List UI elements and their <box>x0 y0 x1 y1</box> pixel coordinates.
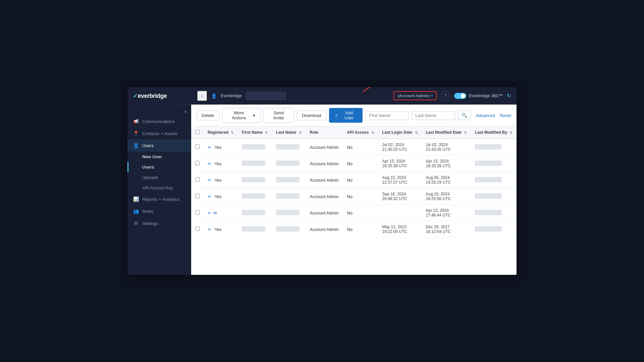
edit-icon-5[interactable]: ✏ <box>208 227 211 232</box>
th-last-modified-date-label: Last Modified Date <box>426 130 462 135</box>
last-login-date-cell-5: May 11, 202319:22:00 UTC <box>378 221 422 238</box>
role-value-1: Account Admin <box>310 161 339 166</box>
th-last-login-date[interactable]: Last Login Date ⇅ <box>378 126 422 139</box>
th-role-label: Role <box>310 130 318 135</box>
th-last-modified-date[interactable]: Last Modified Date ⇅ <box>422 126 471 139</box>
registered-value-5: Yes <box>214 227 221 232</box>
edit-icon-4[interactable]: ✏ <box>208 210 211 216</box>
sidebar-item-reports-label: Reports + Analytics <box>142 197 180 202</box>
row-checkbox-5[interactable] <box>195 227 200 231</box>
sidebar-item-communications[interactable]: 📢 Communications <box>127 115 191 127</box>
last-modified-date-cell-4: Apr 23, 202417:48:44 UTC <box>422 205 471 221</box>
sort-first-name-icon: ⇅ <box>265 131 268 134</box>
last-modified-date-cell-3: Aug 23, 202418:25:56 UTC <box>422 188 471 205</box>
expand-nav-button[interactable]: » <box>197 91 207 101</box>
edit-icon-2[interactable]: ✏ <box>208 178 211 183</box>
communications-icon: 📢 <box>133 119 139 124</box>
first-name-cell-5 <box>238 221 272 238</box>
users-table-wrapper: Registered ⇅ First Name ⇅ Last Name ⇅ <box>191 126 517 275</box>
last-modified-by-cell-5 <box>471 221 517 238</box>
th-registered-label: Registered <box>208 130 228 135</box>
send-invite-button[interactable]: Send Invite <box>263 108 294 123</box>
last-name-search-input[interactable] <box>412 111 455 120</box>
last-login-date-cell-3: Sep 16, 202420:48:32 UTC <box>378 188 422 205</box>
select-all-checkbox[interactable] <box>195 130 200 134</box>
first-name-blurred-2 <box>242 177 265 182</box>
sidebar-item-users[interactable]: 👤 Users <box>127 139 191 152</box>
row-checkbox-cell-5 <box>191 221 204 238</box>
last-login-date-cell-2: Aug 22, 202412:37:37 UTC <box>378 172 422 188</box>
last-modified-date-cell-2: Aug 05, 202419:26:19 UTC <box>422 172 471 188</box>
last-login-date-cell-4 <box>378 205 422 221</box>
mail-icon-4[interactable]: ✉ <box>213 210 217 216</box>
api-access-value-1: No <box>347 161 353 166</box>
last-login-date-cell-0: Jul 02, 202421:45:25 UTC <box>378 139 422 156</box>
collapse-sidebar-button[interactable]: « <box>180 107 191 115</box>
edit-icon-1[interactable]: ✏ <box>208 161 211 166</box>
sidebar-subitem-api-access-key[interactable]: API Access Key <box>127 183 191 193</box>
row-checkbox-4[interactable] <box>195 210 200 215</box>
refresh-icon[interactable]: ↻ <box>507 93 511 99</box>
sidebar-item-contacts-label: Contacts + Assets <box>142 131 177 136</box>
th-last-name-label: Last Name <box>276 130 297 135</box>
search-area: 🔍 Advanced Reset <box>365 111 511 120</box>
sidebar-item-roles[interactable]: 👥 Roles <box>127 205 191 217</box>
delete-button[interactable]: Delete <box>197 111 219 120</box>
api-access-cell-2: No <box>343 172 378 188</box>
th-api-access[interactable]: API Access ⇅ <box>343 126 378 139</box>
row-checkbox-1[interactable] <box>195 161 200 165</box>
add-user-button[interactable]: ＋ Add User <box>329 108 363 123</box>
th-last-modified-by[interactable]: Last Modified By ⇅ <box>471 126 517 139</box>
row-checkbox-2[interactable] <box>195 177 200 182</box>
sidebar-item-reports[interactable]: 📊 Reports + Analytics <box>127 193 191 205</box>
first-name-search-input[interactable] <box>365 111 409 120</box>
sidebar-item-settings[interactable]: ⚙ Settings <box>127 217 191 229</box>
logo-area: ✓everbridge <box>133 92 193 100</box>
search-button[interactable]: 🔍 <box>458 111 471 120</box>
more-actions-button[interactable]: More Actions ▾ <box>222 108 261 123</box>
help-button[interactable]: ? <box>441 91 450 101</box>
th-last-login-date-label: Last Login Date <box>382 130 412 135</box>
last-name-cell-2 <box>272 172 306 188</box>
org-search-input[interactable] <box>246 92 286 100</box>
table-row: ✏ Yes Account AdminNoSep 16, 202420:48:3… <box>191 188 517 205</box>
role-cell-4: Account Admin <box>306 205 343 221</box>
sort-last-name-icon: ⇅ <box>299 131 302 134</box>
download-button[interactable]: Download <box>297 111 326 120</box>
sidebar-subitem-uploads[interactable]: Uploads <box>127 172 191 183</box>
account-admin-label: (Account Admin) <box>397 93 429 98</box>
first-name-cell-1 <box>238 156 272 172</box>
row-checkbox-cell-4 <box>191 205 204 221</box>
add-user-label: Add User <box>340 110 358 120</box>
sidebar-subitem-new-user[interactable]: New User <box>127 152 191 162</box>
th-first-name-label: First Name <box>242 130 263 135</box>
actions-cell-2: ✏ Yes <box>204 172 238 188</box>
th-api-access-label: API Access <box>347 130 369 135</box>
sidebar-item-users-label: Users <box>142 143 154 148</box>
advanced-search-button[interactable]: Advanced <box>474 111 497 120</box>
reset-search-button[interactable]: Reset <box>500 113 511 118</box>
th-role[interactable]: Role <box>306 126 343 139</box>
th-registered[interactable]: Registered ⇅ <box>204 126 238 139</box>
row-checkbox-0[interactable] <box>195 144 200 149</box>
last-name-blurred-4 <box>276 210 300 215</box>
edit-icon-0[interactable]: ✏ <box>208 145 211 150</box>
th-first-name[interactable]: First Name ⇅ <box>238 126 272 139</box>
api-access-value-5: No <box>347 227 353 232</box>
account-admin-button[interactable]: (Account Admin) ▾ <box>393 91 436 100</box>
contacts-icon: 📍 <box>133 131 139 136</box>
edit-icon-3[interactable]: ✏ <box>208 194 211 199</box>
sidebar-subitem-users[interactable]: Users <box>127 162 191 172</box>
row-checkbox-3[interactable] <box>195 194 200 198</box>
last-name-cell-3 <box>272 188 306 205</box>
row-checkbox-cell-2 <box>191 172 204 188</box>
select-all-header[interactable] <box>191 126 204 139</box>
th-last-name[interactable]: Last Name ⇅ <box>272 126 306 139</box>
last-modified-by-blurred-5 <box>475 226 502 232</box>
sidebar-item-contacts-assets[interactable]: 📍 Contacts + Assets <box>127 127 191 139</box>
sort-last-modified-icon: ⇅ <box>464 131 467 134</box>
registered-value-0: Yes <box>214 145 221 150</box>
toggle-switch[interactable] <box>454 93 466 99</box>
th-last-modified-by-label: Last Modified By <box>475 130 507 135</box>
sort-registered-icon: ⇅ <box>231 131 233 134</box>
